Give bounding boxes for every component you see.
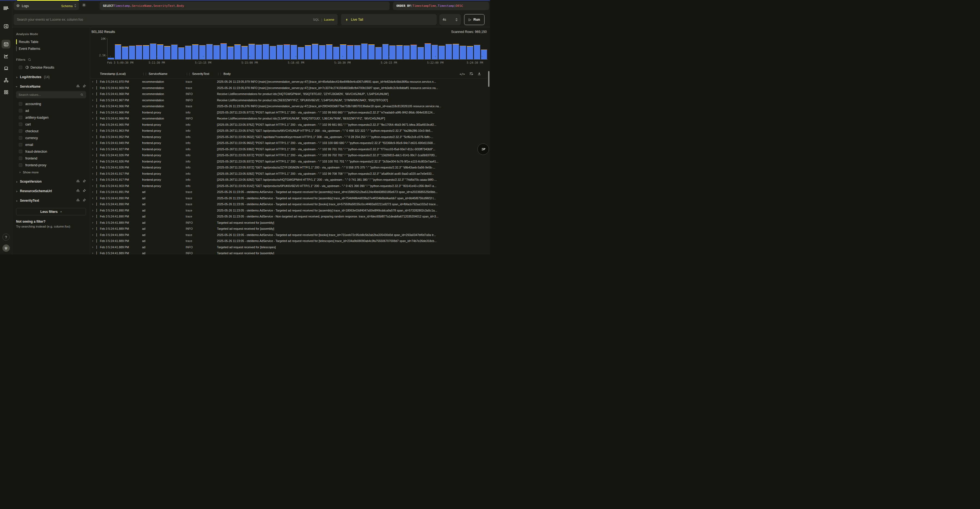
sql-toggle[interactable]: SQL	[313, 18, 319, 21]
row-expand-chevron[interactable]: ›	[92, 80, 93, 84]
orderby-query-input[interactable]: ORDER BY (TimestampTime, Timestamp) DESC	[393, 2, 489, 10]
row-expand-chevron[interactable]: ›	[92, 190, 93, 194]
table-row[interactable]: ›Feb 3 5:24:41.968 PMrecommendationINFOR…	[91, 91, 487, 97]
histogram-bar[interactable]	[192, 45, 199, 59]
histogram-bar[interactable]	[228, 46, 234, 59]
histogram-bar[interactable]	[326, 45, 332, 59]
row-expand-chevron[interactable]: ›	[92, 178, 93, 181]
code-icon[interactable]: </>	[460, 72, 465, 76]
table-row[interactable]: ›Feb 3 5:24:41.889 PMadINFOTargeted ad r…	[91, 244, 487, 250]
mode-item-event-patterns[interactable]: Event Patterns	[12, 45, 90, 52]
row-expand-chevron[interactable]: ›	[92, 221, 93, 224]
row-expand-chevron[interactable]: ›	[92, 110, 93, 115]
histogram-bar[interactable]	[108, 58, 114, 59]
checkbox[interactable]	[19, 122, 22, 126]
col-header-severitytext[interactable]: ⋮⋮SeverityText	[186, 72, 209, 75]
row-expand-chevron[interactable]: ›	[92, 98, 93, 102]
select-query-input[interactable]: SELECT Timestamp, ServiceName, SeverityT…	[100, 2, 390, 10]
service-search-input[interactable]: Search values...	[16, 91, 86, 98]
checkbox[interactable]	[19, 136, 22, 140]
row-expand-chevron[interactable]: ›	[92, 129, 93, 132]
scrollbar-thumb[interactable]	[488, 71, 490, 87]
row-expand-chevron[interactable]: ›	[92, 165, 93, 169]
histogram-bar[interactable]	[242, 46, 248, 59]
drag-handle-icon[interactable]: ⋮⋮	[217, 72, 222, 75]
service-value-cart[interactable]: cart	[12, 121, 90, 128]
mode-item-results-table[interactable]: Results Table	[12, 38, 90, 45]
histogram-bar[interactable]	[410, 45, 417, 59]
row-expand-chevron[interactable]: ›	[92, 86, 93, 90]
table-row[interactable]: ›Feb 3 5:24:41.889 PMadINFOTargeted ad r…	[91, 220, 487, 226]
service-value-fraud-detection[interactable]: fraud-detection	[12, 148, 90, 155]
histogram-bar[interactable]	[403, 45, 410, 59]
histogram-bar[interactable]	[481, 49, 487, 59]
table-row[interactable]: ›Feb 3 5:24:41.970 PMrecommendationtrace…	[91, 79, 487, 85]
pin-icon[interactable]	[83, 180, 86, 184]
histogram-bar[interactable]	[150, 43, 156, 59]
checkbox[interactable]	[19, 156, 22, 160]
histogram-bar[interactable]	[270, 46, 276, 59]
col-header-body[interactable]: ⋮⋮Body	[217, 72, 231, 75]
drag-handle-icon[interactable]: ⋮⋮	[142, 72, 147, 75]
histogram-bar[interactable]	[340, 45, 346, 59]
download-icon[interactable]	[477, 72, 481, 77]
histogram-bar[interactable]	[333, 47, 339, 59]
table-row[interactable]: ›Feb 3 5:24:41.965 PMfrontend-proxyinfo[…	[91, 122, 487, 128]
histogram-bar[interactable]	[347, 45, 353, 59]
row-expand-chevron[interactable]: ›	[92, 184, 93, 188]
table-row[interactable]: ›Feb 3 5:24:41.966 PMfrontend-proxyinfo[…	[91, 110, 487, 116]
console-icon[interactable]	[2, 22, 10, 30]
less-filters-button[interactable]: Less filters ›	[16, 208, 86, 215]
histogram-bar[interactable]	[284, 45, 290, 59]
interval-select[interactable]: 4s	[439, 14, 461, 25]
table-row[interactable]: ›Feb 3 5:24:41.927 PMfrontend-proxyinfo[…	[91, 146, 487, 153]
histogram-bar[interactable]	[418, 47, 424, 59]
table-row[interactable]: ›Feb 3 5:24:41.890 PMadtrace2025-05-26 1…	[91, 201, 487, 207]
row-expand-chevron[interactable]: ›	[92, 141, 93, 145]
checkbox[interactable]	[19, 102, 22, 106]
row-expand-chevron[interactable]: ›	[92, 239, 93, 243]
user-avatar[interactable]: U	[2, 245, 10, 252]
service-value-checkout[interactable]: checkout	[12, 128, 90, 134]
row-expand-chevron[interactable]: ›	[92, 172, 93, 176]
table-row[interactable]: ›Feb 3 5:24:41.963 PMfrontend-proxyinfo[…	[91, 128, 487, 134]
checkbox[interactable]	[19, 109, 22, 113]
table-row[interactable]: ›Feb 3 5:24:41.889 PMadtrace2025-05-26 1…	[91, 238, 487, 244]
histogram-bar[interactable]	[425, 43, 431, 59]
histogram-bar[interactable]	[136, 45, 142, 59]
apps-icon[interactable]	[2, 87, 10, 96]
checkbox[interactable]	[19, 163, 22, 167]
table-row[interactable]: ›Feb 3 5:24:41.889 PMadtrace2025-05-26 1…	[91, 232, 487, 238]
histogram-bar[interactable]	[164, 46, 170, 59]
table-row[interactable]: ›Feb 3 5:24:41.966 PMrecommendationtrace…	[91, 103, 487, 110]
histogram-bar[interactable]	[474, 45, 480, 59]
histogram-bar[interactable]	[354, 45, 360, 59]
filter-section-scopeversion[interactable]: ›ScopeVersion	[12, 178, 90, 185]
table-row[interactable]: ›Feb 3 5:24:41.890 PMadtrace2025-05-26 1…	[91, 195, 487, 201]
table-row[interactable]: ›Feb 3 5:24:41.903 PMfrontend-proxyinfo[…	[91, 183, 487, 189]
row-expand-chevron[interactable]: ›	[92, 215, 93, 218]
table-row[interactable]: ›Feb 3 5:24:41.966 PMrecommendationINFOR…	[91, 115, 487, 122]
pin-icon[interactable]	[83, 199, 86, 203]
histogram-bar[interactable]	[157, 45, 163, 59]
pin-icon[interactable]	[83, 84, 86, 89]
filter-section-severitytext[interactable]: ›SeverityText	[12, 197, 90, 204]
table-row[interactable]: ›Feb 3 5:24:41.952 PMfrontend-proxyinfo[…	[91, 134, 487, 140]
row-expand-chevron[interactable]: ›	[92, 159, 93, 163]
checkbox[interactable]	[19, 150, 22, 153]
table-row[interactable]: ›Feb 3 5:24:41.949 PMfrontend-proxyinfo[…	[91, 140, 487, 146]
histogram-bar[interactable]	[298, 47, 304, 59]
table-row[interactable]: ›Feb 3 5:24:41.926 PMfrontend-proxyinfo[…	[91, 152, 487, 158]
histogram-bar[interactable]	[368, 45, 375, 59]
row-expand-chevron[interactable]: ›	[92, 196, 93, 200]
service-value-frontend[interactable]: frontend	[12, 155, 90, 162]
search-input[interactable]: Search your events w/ Lucene ex. column:…	[14, 14, 337, 25]
table-row[interactable]: ›Feb 3 5:24:41.889 PMadINFOTargeted ad r…	[91, 226, 487, 232]
row-expand-chevron[interactable]: ›	[92, 116, 93, 120]
histogram-bar[interactable]	[143, 45, 149, 59]
help-icon[interactable]: ?	[2, 234, 10, 241]
histogram-bar[interactable]	[453, 44, 459, 59]
table-row[interactable]: ›Feb 3 5:24:41.969 PMrecommendationtrace…	[91, 85, 487, 91]
histogram-bar[interactable]	[277, 45, 283, 59]
table-row[interactable]: ›Feb 3 5:24:41.891 PMadtrace2025-05-26 1…	[91, 189, 487, 195]
